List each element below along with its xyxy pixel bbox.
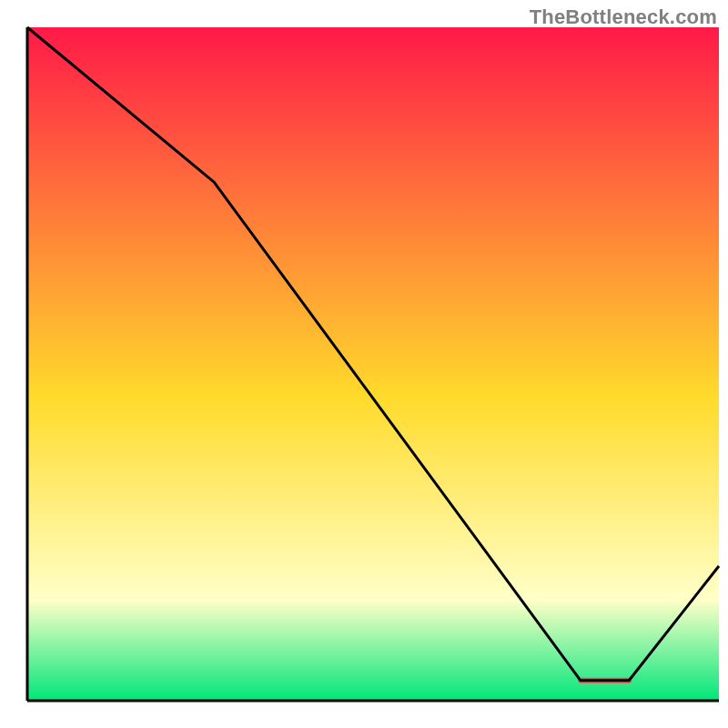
chart-container: TheBottleneck.com bbox=[0, 0, 728, 728]
chart-svg bbox=[0, 0, 728, 728]
plot-background bbox=[27, 27, 719, 701]
